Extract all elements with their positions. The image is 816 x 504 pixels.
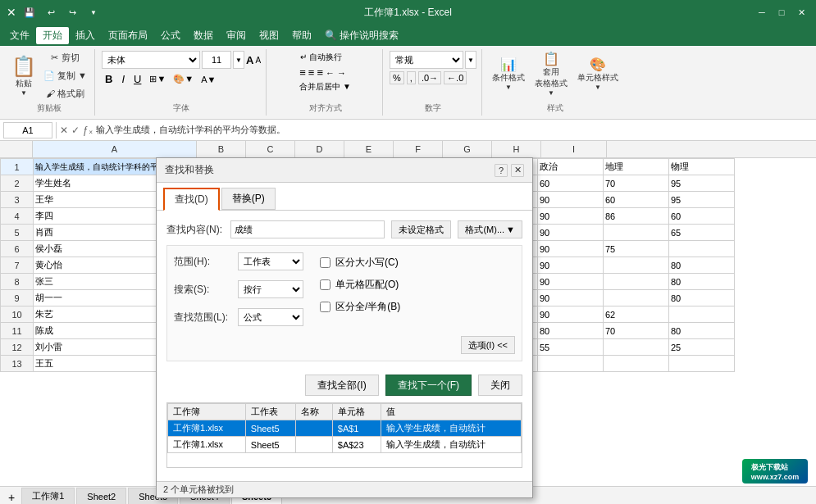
number-format-select[interactable]: 常规	[390, 51, 463, 69]
checkbox-cell: 单元格匹配(O)	[320, 278, 400, 292]
cell-match-checkbox[interactable]	[320, 279, 331, 290]
align-label: 对齐方式	[309, 102, 342, 116]
underline-btn[interactable]: U	[130, 71, 144, 87]
number-format-dropdown[interactable]: ▼	[465, 51, 476, 69]
ribbon-group-font: 未体 ▼ A A B I U ⊞▼ 🎨▼ A▼ 字体	[97, 49, 267, 116]
dialog-title-bar[interactable]: 查找和替换 ? ✕	[157, 158, 532, 183]
col-sheet: 工作表	[245, 404, 295, 420]
menu-layout[interactable]: 页面布局	[102, 27, 154, 44]
paste-btn[interactable]: 📋 粘贴 ▼	[8, 53, 39, 98]
comma-btn[interactable]: ,	[407, 71, 416, 84]
results-table: 工作簿 工作表 名称 单元格 值 工作簿1.xlsx Sheet5	[167, 403, 522, 453]
minimize-btn[interactable]: ─	[754, 4, 770, 20]
lookin-select[interactable]: 公式	[238, 308, 303, 326]
copy-btn[interactable]: 📄 复制 ▼	[41, 67, 89, 84]
merge-btn[interactable]: 合并后居中 ▼	[299, 81, 351, 93]
result-value-2: 输入学生成绩，自动统计	[381, 437, 521, 453]
close-dialog-btn[interactable]: 关闭	[478, 375, 522, 396]
quick-redo[interactable]: ↪	[64, 4, 80, 20]
dialog-overlay: 查找和替换 ? ✕ 查找(D) 替换(P) 查找内容(N): 未设定格式	[0, 141, 816, 504]
font-size-down[interactable]: A	[255, 56, 261, 65]
bold-btn[interactable]: B	[102, 71, 116, 87]
decimal-inc-btn[interactable]: .0→	[418, 71, 441, 84]
font-size-input[interactable]	[202, 51, 231, 69]
format-dropdown-icon: ▼	[506, 225, 515, 234]
italic-btn[interactable]: I	[118, 71, 128, 87]
font-color-btn[interactable]: A▼	[198, 74, 218, 85]
find-next-btn[interactable]: 查找下一个(F)	[385, 375, 472, 396]
case-label: 区分大小写(C)	[335, 256, 399, 270]
dialog-title-buttons: ? ✕	[495, 164, 524, 177]
result-row-2[interactable]: 工作簿1.xlsx Sheet5 $A$23 输入学生成绩，自动统计	[168, 437, 522, 453]
menu-home[interactable]: 开始	[36, 27, 69, 44]
cancel-formula-icon[interactable]: ✕	[60, 125, 68, 136]
font-size-up[interactable]: A	[246, 54, 253, 66]
result-row-1[interactable]: 工作簿1.xlsx Sheet5 $A$1 输入学生成绩，自动统计	[168, 420, 522, 437]
percent-btn[interactable]: %	[390, 71, 404, 84]
results-container[interactable]: 工作簿 工作表 名称 单元格 值 工作簿1.xlsx Sheet5	[166, 402, 522, 468]
menu-review[interactable]: 审阅	[220, 27, 253, 44]
format-menu-btn[interactable]: 格式(M)... ▼	[458, 220, 522, 238]
dialog-tab-replace[interactable]: 替换(P)	[221, 188, 276, 210]
formula-input[interactable]: 输入学生成绩，自动统计学科的平均分等数据。	[96, 125, 813, 135]
border-btn[interactable]: ⊞▼	[147, 73, 168, 85]
indent-dec-btn[interactable]: ←	[326, 68, 335, 78]
dialog-footer: 查找全部(I) 查找下一个(F) 关闭	[166, 368, 522, 402]
find-input[interactable]	[230, 220, 385, 238]
results-header-row: 工作簿 工作表 名称 单元格 值	[168, 404, 522, 420]
search-label: 搜索(S):	[174, 283, 231, 297]
find-all-btn[interactable]: 查找全部(I)	[305, 375, 378, 396]
case-checkbox[interactable]	[320, 257, 331, 268]
menu-file[interactable]: 文件	[3, 27, 36, 44]
decimal-dec-btn[interactable]: ←.0	[444, 71, 467, 84]
close-btn[interactable]: ✕	[793, 4, 809, 20]
range-select[interactable]: 工作表	[238, 252, 303, 270]
result-cell-2: $A$23	[332, 437, 381, 453]
title-bar: ✕ 💾 ↩ ↪ ▼ 工作簿1.xlsx - Excel ─ □ ✕	[0, 0, 816, 25]
checkbox-case: 区分大小写(C)	[320, 256, 400, 270]
cell-style-btn[interactable]: 🎨 单元格样式 ▼	[574, 51, 622, 96]
menu-data[interactable]: 数据	[187, 27, 220, 44]
ribbon-group-number: 常规 ▼ % , .0→ ←.0 数字	[385, 49, 482, 116]
font-name-select[interactable]: 未体	[102, 51, 200, 69]
fill-color-btn[interactable]: 🎨▼	[171, 73, 196, 85]
ribbon: 📋 粘贴 ▼ ✂ 剪切 📄 复制 ▼ 🖌 格式刷 剪贴板 未体 ▼ A	[0, 46, 816, 120]
menu-formula[interactable]: 公式	[154, 27, 187, 44]
maximize-btn[interactable]: □	[773, 4, 790, 20]
dialog-help-btn[interactable]: ?	[495, 164, 508, 177]
menu-search[interactable]: 🔍 操作说明搜索	[318, 27, 405, 44]
window-title: 工作簿1.xlsx - Excel	[364, 6, 452, 20]
dialog-close-btn[interactable]: ✕	[511, 164, 524, 177]
no-format-btn[interactable]: 未设定格式	[391, 220, 451, 238]
quick-dropdown[interactable]: ▼	[85, 4, 102, 20]
dialog-tab-find[interactable]: 查找(D)	[163, 188, 220, 211]
align-right-btn[interactable]: ≡	[317, 66, 323, 79]
quick-undo[interactable]: ↩	[43, 4, 59, 20]
title-bar-left: ✕ 💾 ↩ ↪ ▼	[7, 4, 102, 20]
quick-save[interactable]: 💾	[21, 4, 38, 20]
wrap-text-btn[interactable]: ↵ 自动换行	[299, 51, 343, 64]
options-btn[interactable]: 选项(I) <<	[461, 336, 515, 354]
result-sheet-1: Sheet5	[245, 420, 295, 437]
menu-insert[interactable]: 插入	[69, 27, 102, 44]
conditional-format-btn[interactable]: 📊 条件格式 ▼	[489, 51, 528, 96]
width-checkbox[interactable]	[320, 302, 331, 312]
find-content-row: 查找内容(N): 未设定格式 格式(M)... ▼	[166, 220, 522, 238]
font-size-dropdown[interactable]: ▼	[233, 51, 244, 69]
cell-reference[interactable]	[3, 122, 52, 138]
table-format-btn[interactable]: 📋 套用 表格格式 ▼	[531, 51, 571, 96]
cut-btn[interactable]: ✂ 剪切	[41, 49, 89, 66]
lookin-row: 查找范围(L): 公式	[174, 308, 303, 326]
insert-function-icon[interactable]: ƒₓ	[83, 125, 93, 136]
menu-view[interactable]: 视图	[253, 27, 285, 44]
indent-inc-btn[interactable]: →	[337, 68, 346, 78]
align-left-btn[interactable]: ≡	[299, 66, 306, 79]
format-menu-label: 格式(M)...	[465, 224, 504, 236]
menu-help[interactable]: 帮助	[285, 27, 318, 44]
result-name-2	[296, 437, 333, 453]
align-center-btn[interactable]: ≡	[308, 66, 315, 79]
format-painter-btn[interactable]: 🖌 格式刷	[41, 85, 89, 102]
ribbon-group-align: ↵ 自动换行 ≡ ≡ ≡ ← → 合并后居中 ▼ 对齐方式	[268, 49, 383, 116]
confirm-formula-icon[interactable]: ✓	[71, 125, 80, 136]
search-select[interactable]: 按行	[238, 280, 303, 298]
